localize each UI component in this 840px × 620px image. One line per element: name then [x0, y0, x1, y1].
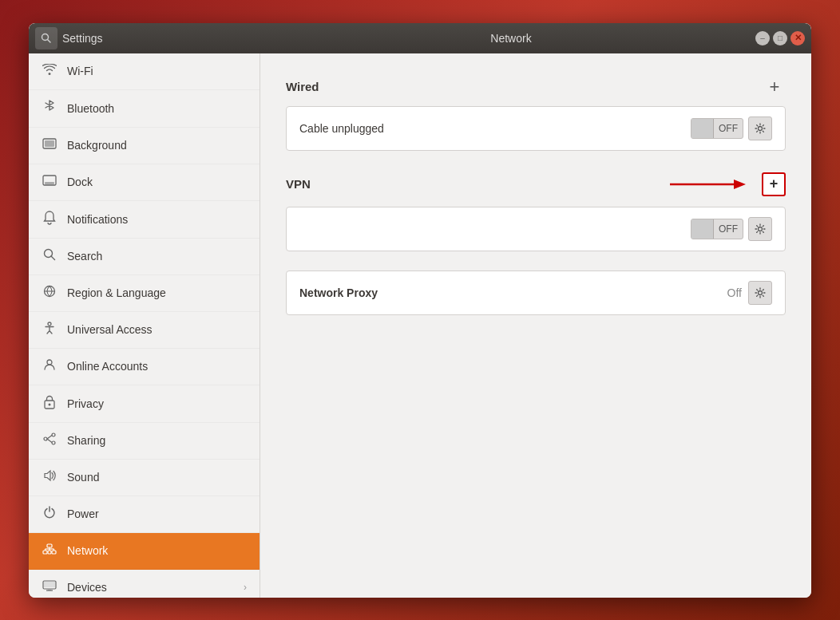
bluetooth-icon [42, 100, 57, 117]
sidebar-item-label: Power [67, 507, 247, 520]
titlebar: Settings Network – □ ✕ [29, 23, 811, 53]
sidebar-item-label: Region & Language [67, 286, 247, 299]
svg-rect-28 [44, 582, 55, 587]
wired-toggle[interactable]: OFF [691, 118, 743, 139]
maximize-button[interactable]: □ [773, 31, 787, 45]
svg-rect-21 [52, 551, 56, 554]
cable-unplugged-row: Cable unplugged OFF [287, 107, 785, 150]
sidebar-item-label: Network [67, 544, 247, 557]
sidebar-item-sharing[interactable]: Sharing [29, 423, 260, 460]
sidebar-item-label: Wi-Fi [67, 65, 247, 77]
minimize-button[interactable]: – [755, 31, 770, 45]
sidebar-item-privacy[interactable]: Privacy [29, 385, 260, 423]
universal-access-icon [42, 322, 57, 338]
wired-section-title: Wired [286, 80, 319, 93]
sidebar-item-universal-access[interactable]: Universal Access [29, 312, 260, 349]
settings-window: Settings Network – □ ✕ [29, 23, 811, 598]
toggle-label: OFF [714, 123, 743, 134]
sound-icon [42, 469, 57, 485]
sidebar-item-label: Bluetooth [67, 102, 247, 115]
sharing-icon [42, 432, 57, 448]
svg-point-12 [49, 403, 51, 405]
online-accounts-icon [42, 358, 57, 374]
svg-rect-18 [47, 544, 52, 547]
sidebar-item-label: Background [67, 139, 247, 152]
vpn-card: OFF [286, 207, 786, 251]
sidebar-item-online-accounts[interactable]: Online Accounts [29, 349, 260, 385]
toggle-track [691, 219, 714, 239]
wifi-icon [42, 64, 57, 78]
svg-line-16 [47, 436, 52, 440]
sidebar-item-dock[interactable]: Dock [29, 164, 260, 201]
background-icon [42, 138, 57, 152]
vpn-controls: + [666, 170, 786, 199]
annotation-arrow [666, 170, 762, 199]
vpn-section: VPN + [286, 170, 786, 251]
sidebar-item-label: Sound [67, 471, 247, 484]
svg-marker-36 [734, 180, 746, 189]
sidebar-item-label: Dock [67, 176, 247, 188]
svg-point-10 [48, 322, 51, 326]
svg-point-15 [44, 437, 47, 440]
svg-rect-20 [48, 551, 51, 554]
privacy-icon [42, 395, 57, 413]
proxy-card: Network Proxy Off [286, 271, 786, 315]
vpn-row: OFF [287, 207, 785, 251]
svg-line-7 [51, 256, 55, 260]
sidebar-item-region[interactable]: Region & Language [29, 275, 260, 312]
titlebar-search-button[interactable] [35, 27, 57, 49]
sidebar: Wi-Fi Bluetooth Backg [29, 53, 260, 598]
titlebar-main-title: Network [267, 32, 755, 45]
svg-line-1 [48, 39, 51, 42]
sidebar-item-power[interactable]: Power [29, 496, 260, 533]
region-icon [42, 285, 57, 301]
sidebar-item-label: Privacy [67, 397, 247, 410]
sidebar-item-label: Sharing [67, 434, 247, 447]
notifications-icon [42, 211, 57, 228]
sidebar-item-label: Devices [67, 581, 234, 594]
sidebar-item-label: Search [67, 250, 247, 263]
svg-rect-19 [43, 551, 47, 554]
toggle-label: OFF [714, 223, 743, 235]
wired-gear-button[interactable] [748, 116, 772, 140]
window-controls: – □ ✕ [755, 31, 805, 45]
cable-unplugged-label: Cable unplugged [299, 122, 691, 135]
sidebar-title: Settings [62, 32, 103, 45]
network-icon [42, 543, 57, 558]
sidebar-item-notifications[interactable]: Notifications [29, 201, 260, 239]
proxy-row: Network Proxy Off [287, 271, 785, 314]
sidebar-item-background[interactable]: Background [29, 128, 260, 164]
sidebar-item-wifi[interactable]: Wi-Fi [29, 53, 260, 90]
vpn-section-header: VPN + [286, 170, 786, 199]
close-button[interactable]: ✕ [790, 31, 805, 45]
wired-add-button[interactable]: + [763, 76, 786, 98]
sidebar-item-network[interactable]: Network [29, 533, 260, 570]
sidebar-item-bluetooth[interactable]: Bluetooth [29, 90, 260, 128]
titlebar-left: Settings [35, 27, 267, 49]
svg-rect-5 [45, 182, 54, 184]
sidebar-item-devices[interactable]: Devices › [29, 570, 260, 598]
wired-section: Wired + Cable unplugged OFF [286, 76, 786, 151]
chevron-right-icon: › [244, 582, 247, 593]
svg-point-37 [759, 227, 763, 231]
sidebar-item-search[interactable]: Search [29, 239, 260, 275]
content-panel: Wired + Cable unplugged OFF [260, 53, 811, 598]
svg-point-38 [759, 290, 763, 294]
wired-section-header: Wired + [286, 76, 786, 98]
proxy-label: Network Proxy [299, 286, 727, 299]
sidebar-item-sound[interactable]: Sound [29, 460, 260, 496]
wired-card: Cable unplugged OFF [286, 106, 786, 151]
proxy-section: Network Proxy Off [286, 271, 786, 315]
svg-point-14 [52, 441, 55, 444]
toggle-track [691, 119, 714, 138]
search-icon [42, 248, 57, 264]
vpn-toggle[interactable]: OFF [691, 219, 743, 239]
svg-line-17 [47, 439, 52, 443]
vpn-gear-button[interactable] [748, 217, 772, 241]
vpn-add-button[interactable]: + [762, 172, 786, 196]
devices-icon [42, 580, 57, 594]
proxy-gear-button[interactable] [748, 281, 772, 305]
sidebar-item-label: Notifications [67, 213, 247, 226]
sidebar-item-label: Universal Access [67, 323, 247, 336]
sidebar-item-label: Online Accounts [67, 360, 247, 373]
